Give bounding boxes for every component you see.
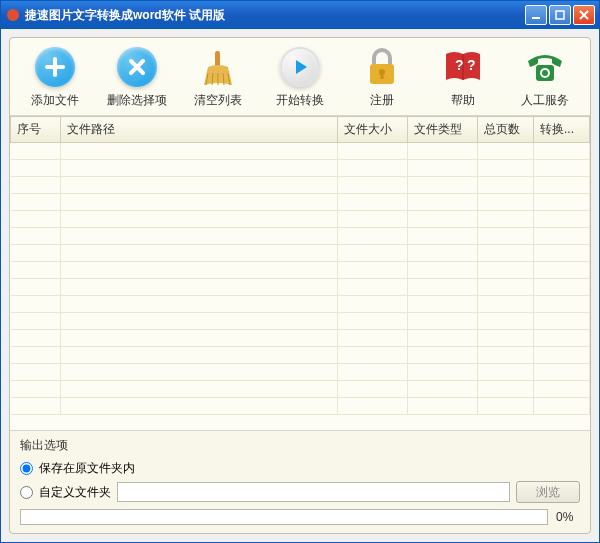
- save-original-label: 保存在原文件夹内: [39, 460, 135, 477]
- play-icon: [279, 46, 321, 88]
- delete-button[interactable]: 删除选择项: [101, 46, 173, 109]
- svg-text:?: ?: [467, 57, 476, 73]
- maximize-button[interactable]: [549, 5, 571, 25]
- browse-button[interactable]: 浏览: [516, 481, 580, 503]
- register-button[interactable]: 注册: [346, 46, 418, 109]
- col-convert[interactable]: 转换...: [534, 117, 590, 143]
- minimize-button[interactable]: [525, 5, 547, 25]
- svg-text:?: ?: [455, 57, 464, 73]
- client-area: 添加文件 删除选择项 清空列表: [1, 29, 599, 542]
- clear-label: 清空列表: [194, 92, 242, 109]
- phone-icon: [524, 46, 566, 88]
- broom-icon: [197, 46, 239, 88]
- app-icon: [5, 7, 21, 23]
- window-title: 捷速图片文字转换成word软件 试用版: [25, 7, 525, 24]
- custom-folder-radio[interactable]: [20, 486, 33, 499]
- delete-label: 删除选择项: [107, 92, 167, 109]
- table-row[interactable]: [11, 381, 590, 398]
- custom-path-input[interactable]: [117, 482, 510, 502]
- table-row[interactable]: [11, 296, 590, 313]
- table-row[interactable]: [11, 211, 590, 228]
- table-row[interactable]: [11, 245, 590, 262]
- col-seq[interactable]: 序号: [11, 117, 61, 143]
- lock-icon: [361, 46, 403, 88]
- table-row[interactable]: [11, 347, 590, 364]
- x-icon: [116, 46, 158, 88]
- service-button[interactable]: 人工服务: [509, 46, 581, 109]
- app-window: 捷速图片文字转换成word软件 试用版 添加文件 删除选择项: [0, 0, 600, 543]
- table-row[interactable]: [11, 262, 590, 279]
- add-file-label: 添加文件: [31, 92, 79, 109]
- col-type[interactable]: 文件类型: [408, 117, 478, 143]
- book-icon: ??: [442, 46, 484, 88]
- table-row[interactable]: [11, 330, 590, 347]
- svg-rect-5: [215, 51, 220, 67]
- close-button[interactable]: [573, 5, 595, 25]
- help-label: 帮助: [451, 92, 475, 109]
- table-row[interactable]: [11, 194, 590, 211]
- table-row[interactable]: [11, 143, 590, 160]
- table-body: [11, 143, 590, 415]
- custom-folder-option[interactable]: 自定义文件夹: [20, 484, 111, 501]
- table-row[interactable]: [11, 364, 590, 381]
- save-original-radio[interactable]: [20, 462, 33, 475]
- output-section: 输出选项 保存在原文件夹内 自定义文件夹 浏览 0%: [10, 430, 590, 533]
- custom-folder-label: 自定义文件夹: [39, 484, 111, 501]
- plus-icon: [34, 46, 76, 88]
- table-row[interactable]: [11, 313, 590, 330]
- add-file-button[interactable]: 添加文件: [19, 46, 91, 109]
- col-pages[interactable]: 总页数: [478, 117, 534, 143]
- svg-point-13: [542, 70, 548, 76]
- table-row[interactable]: [11, 279, 590, 296]
- register-label: 注册: [370, 92, 394, 109]
- table-header-row: 序号 文件路径 文件大小 文件类型 总页数 转换...: [11, 117, 590, 143]
- svg-rect-8: [380, 72, 383, 79]
- progress-percent: 0%: [556, 510, 580, 524]
- table-row[interactable]: [11, 228, 590, 245]
- table-row[interactable]: [11, 160, 590, 177]
- titlebar: 捷速图片文字转换成word软件 试用版: [1, 1, 599, 29]
- table-row[interactable]: [11, 177, 590, 194]
- svg-point-0: [7, 9, 19, 21]
- start-button[interactable]: 开始转换: [264, 46, 336, 109]
- window-controls: [525, 5, 595, 25]
- col-path[interactable]: 文件路径: [61, 117, 338, 143]
- col-size[interactable]: 文件大小: [338, 117, 408, 143]
- save-original-option[interactable]: 保存在原文件夹内: [20, 460, 580, 477]
- file-table: 序号 文件路径 文件大小 文件类型 总页数 转换...: [10, 116, 590, 430]
- svg-rect-2: [556, 11, 564, 19]
- start-label: 开始转换: [276, 92, 324, 109]
- main-panel: 添加文件 删除选择项 清空列表: [9, 37, 591, 534]
- output-title: 输出选项: [20, 437, 580, 454]
- toolbar: 添加文件 删除选择项 清空列表: [10, 38, 590, 116]
- help-button[interactable]: ?? 帮助: [427, 46, 499, 109]
- table-row[interactable]: [11, 398, 590, 415]
- progress-bar: [20, 509, 548, 525]
- service-label: 人工服务: [521, 92, 569, 109]
- clear-button[interactable]: 清空列表: [182, 46, 254, 109]
